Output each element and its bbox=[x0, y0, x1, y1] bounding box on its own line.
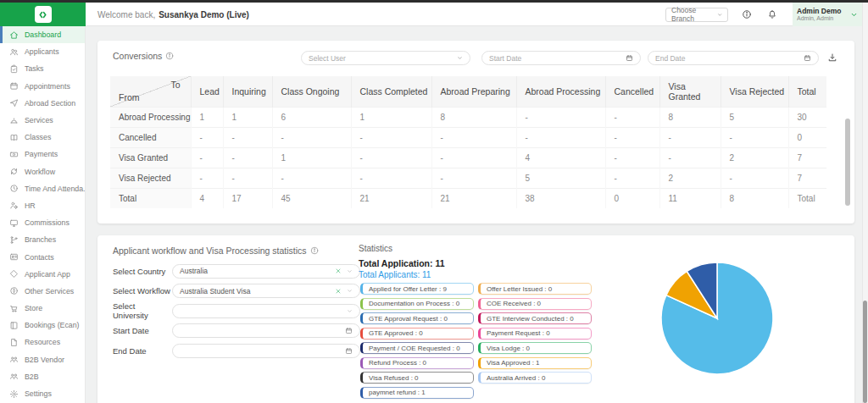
table-cell: - bbox=[272, 168, 351, 188]
sidebar-item-payments[interactable]: Payments bbox=[0, 146, 85, 163]
sidebar-item-b2b-vendor[interactable]: B2B Vendor bbox=[0, 351, 85, 368]
table-cell: 45 bbox=[272, 188, 351, 208]
table-row-total: Total417452121380118Total bbox=[110, 188, 826, 208]
users-icon bbox=[9, 47, 19, 57]
close-icon[interactable] bbox=[335, 288, 342, 295]
table-cell: - bbox=[516, 127, 605, 147]
column-header-inquiring: Inquiring bbox=[223, 76, 272, 107]
sidebar-item-settings[interactable]: Settings bbox=[0, 385, 85, 402]
table-cell: 8 bbox=[431, 107, 516, 127]
table-row-visa-rejected: Visa Rejected-----5-2-7 bbox=[110, 168, 826, 188]
select-university-dropdown[interactable] bbox=[172, 304, 360, 318]
sidebar-item-resources[interactable]: Resources bbox=[0, 334, 85, 351]
calendar-icon[interactable] bbox=[626, 54, 633, 62]
sidebar-item-commissions[interactable]: Commissions bbox=[0, 214, 85, 231]
table-cell: 4 bbox=[191, 188, 223, 208]
column-header-abroad-preparing: Abroad Preparing bbox=[431, 76, 516, 107]
table-cell: 1 bbox=[223, 107, 272, 127]
sidebar-item-contacts[interactable]: Contacts bbox=[0, 248, 85, 265]
brand-logo-icon bbox=[35, 6, 52, 23]
table-cell: - bbox=[659, 127, 721, 147]
status-chip-refund-process: Refund Process : 0 bbox=[360, 357, 474, 369]
sidebar-item-label: HR bbox=[25, 202, 36, 210]
calendar-icon[interactable] bbox=[804, 54, 811, 62]
sidebar-item-other-services[interactable]: Other Services bbox=[0, 283, 85, 300]
row-label: Cancelled bbox=[110, 127, 191, 147]
table-cell: - bbox=[605, 107, 659, 127]
table-scrollbar-thumb[interactable] bbox=[845, 119, 850, 206]
sidebar-item-time-and-attenda[interactable]: Time And Attenda... bbox=[0, 180, 85, 197]
dome-icon bbox=[9, 116, 19, 125]
sidebar-item-label: Tasks bbox=[25, 64, 44, 73]
table-cell: 1 bbox=[351, 107, 431, 127]
filter-value: Australia bbox=[180, 267, 208, 275]
table-cell: 6 bbox=[272, 107, 351, 127]
dollar-circle-icon bbox=[9, 286, 19, 295]
sidebar-item-appointments[interactable]: Appointments bbox=[0, 78, 85, 95]
info-icon[interactable] bbox=[165, 52, 174, 60]
sidebar-item-applicants[interactable]: Applicants bbox=[0, 43, 85, 60]
table-cell: - bbox=[191, 168, 223, 188]
table-cell: 5 bbox=[516, 168, 605, 188]
sidebar-item-hr[interactable]: HR bbox=[0, 197, 85, 214]
table-cell: - bbox=[431, 147, 516, 168]
column-header-class-ongoing: Class Ongoing bbox=[272, 76, 351, 107]
sidebar-item-abroad-section[interactable]: Abroad Section bbox=[0, 95, 85, 112]
sidebar-item-classes[interactable]: Classes bbox=[0, 129, 85, 146]
select-country-dropdown[interactable]: Australia bbox=[172, 264, 360, 279]
sidebar-item-label: Contacts bbox=[25, 253, 54, 262]
calendar-sm-icon[interactable] bbox=[345, 347, 353, 355]
sidebar-item-b2b[interactable]: B2B bbox=[0, 368, 85, 385]
table-cell: 0 bbox=[605, 188, 659, 208]
sidebar-item-label: Payments bbox=[25, 150, 58, 158]
book-open-icon bbox=[9, 133, 19, 142]
table-cell: - bbox=[605, 147, 659, 168]
select-user-dropdown[interactable]: Select User bbox=[301, 51, 470, 65]
sidebar-item-store[interactable]: Store bbox=[0, 300, 85, 317]
sidebar-item-dashboard[interactable]: Dashboard bbox=[0, 26, 85, 43]
info-icon[interactable] bbox=[742, 9, 752, 19]
close-icon[interactable] bbox=[335, 268, 342, 274]
loop-icon bbox=[9, 167, 19, 176]
calendar-sm-icon[interactable] bbox=[345, 327, 353, 334]
choose-branch-button[interactable]: Choose Branch bbox=[665, 8, 728, 22]
sidebar-item-label: Services bbox=[25, 116, 53, 124]
file-icon bbox=[9, 338, 19, 347]
welcome-text: Welcome back, Susankya Demo (Live) bbox=[97, 3, 249, 26]
info-icon[interactable] bbox=[310, 246, 319, 255]
welcome-prefix: Welcome back, bbox=[97, 10, 155, 19]
workflow-stats-card: Applicant workflow and Visa Processing s… bbox=[97, 235, 854, 403]
sidebar-item-label: Workflow bbox=[25, 168, 55, 176]
sidebar-item-services[interactable]: Services bbox=[0, 112, 85, 129]
table-cell: - bbox=[223, 168, 272, 188]
start-date-input[interactable] bbox=[172, 323, 360, 338]
user-menu[interactable]: Admin Demo Admin, Admin bbox=[793, 3, 862, 26]
sidebar-item-tasks[interactable]: Tasks bbox=[0, 60, 85, 77]
page-scrollbar-thumb[interactable] bbox=[863, 301, 867, 403]
conversions-start-date-input[interactable]: Start Date bbox=[481, 51, 641, 65]
total-application: Total Application: 11 bbox=[359, 258, 445, 268]
brand-logo-block[interactable] bbox=[0, 3, 86, 26]
filter-label: Select Country bbox=[113, 267, 172, 276]
sidebar-item-label: Store bbox=[25, 304, 42, 312]
sidebar-item-label: B2B bbox=[25, 373, 39, 381]
sidebar-item-bookings-ecan[interactable]: Bookings (Ecan) bbox=[0, 317, 85, 334]
table-cell: - bbox=[431, 168, 516, 188]
table-corner-cell: ToFrom bbox=[110, 76, 191, 107]
status-chip-payment-request: Payment Request : 0 bbox=[478, 328, 592, 340]
visa-processing-pie-chart bbox=[654, 255, 781, 382]
page-scrollbar[interactable] bbox=[862, 3, 868, 403]
end-date-input[interactable] bbox=[172, 344, 360, 358]
conversions-end-date-input[interactable]: End Date bbox=[648, 51, 819, 65]
sidebar-item-branches[interactable]: Branches bbox=[0, 231, 85, 248]
total-applicants[interactable]: Total Applicants: 11 bbox=[359, 270, 431, 279]
sidebar-item-label: Resources bbox=[25, 338, 60, 346]
sidebar-item-label: Settings bbox=[25, 389, 52, 398]
download-icon[interactable] bbox=[827, 52, 837, 63]
sidebar-item-applicant-app[interactable]: Applicant App bbox=[0, 266, 85, 283]
sidebar-item-workflow[interactable]: Workflow bbox=[0, 163, 85, 180]
table-row-cancelled: Cancelled---------0 bbox=[110, 127, 826, 147]
select-workflow-dropdown[interactable]: Australia Student Visa bbox=[172, 284, 360, 298]
table-cell: 2 bbox=[659, 168, 721, 188]
bell-icon[interactable] bbox=[767, 9, 777, 19]
